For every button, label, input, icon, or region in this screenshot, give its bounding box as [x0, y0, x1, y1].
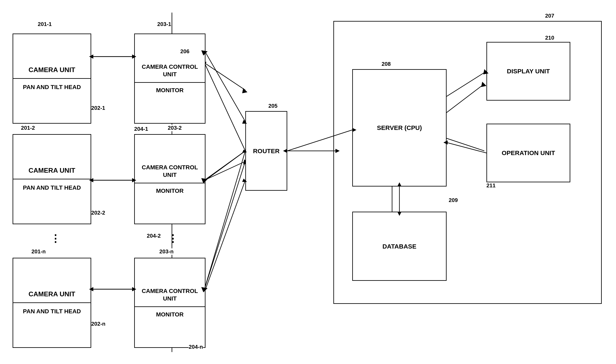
- label-210: 210: [545, 35, 554, 41]
- camera-unit-1-box: CAMERA UNIT PAN AND TILT HEAD: [13, 34, 91, 124]
- label-201-n: 201-n: [31, 248, 46, 255]
- label-203-n: 203-n: [159, 248, 174, 255]
- database-box: DATABASE: [352, 212, 447, 281]
- ccu-2-title: CAMERA CONTROL UNIT: [135, 160, 205, 183]
- label-211: 211: [486, 182, 495, 189]
- dots-left: ⋮: [50, 233, 61, 244]
- svg-line-8: [204, 161, 245, 289]
- label-202-n: 202-n: [91, 321, 106, 327]
- label-202-2: 202-2: [91, 209, 105, 216]
- router-label: ROUTER: [253, 147, 280, 155]
- label-201-2: 201-2: [21, 125, 35, 131]
- operation-unit-box: OPERATION UNIT: [486, 124, 570, 182]
- label-208: 208: [382, 61, 391, 67]
- svg-line-25: [204, 63, 245, 151]
- server-label: SERVER (CPU): [377, 123, 422, 132]
- label-202-1: 202-1: [91, 105, 105, 111]
- label-207: 207: [545, 13, 554, 19]
- label-209: 209: [449, 197, 458, 204]
- monitor-2: MONITOR: [156, 183, 184, 198]
- dots-right: ⋮: [168, 233, 179, 244]
- svg-line-43: [205, 151, 245, 180]
- diagram: CAMERA UNIT PAN AND TILT HEAD 201-1 202-…: [0, 0, 616, 364]
- camera-unit-n-subtitle: PAN AND TILT HEAD: [23, 303, 81, 320]
- monitor-n: MONITOR: [156, 307, 184, 322]
- label-204-1: 204-1: [134, 126, 148, 132]
- label-201-1: 201-1: [38, 21, 52, 27]
- label-205: 205: [268, 103, 277, 109]
- camera-unit-n-title: CAMERA UNIT: [13, 286, 91, 303]
- svg-line-27: [204, 151, 245, 180]
- label-204-n: 204-n: [189, 344, 203, 350]
- camera-unit-2-subtitle: PAN AND TILT HEAD: [23, 179, 81, 196]
- ccu-1-title: CAMERA CONTROL UNIT: [135, 59, 205, 83]
- server-box: SERVER (CPU): [352, 69, 447, 186]
- camera-unit-1-title: CAMERA UNIT: [13, 62, 91, 79]
- ccu-n-title: CAMERA CONTROL UNIT: [135, 284, 205, 307]
- svg-line-45: [205, 180, 245, 289]
- camera-unit-1-subtitle: PAN AND TILT HEAD: [23, 79, 81, 95]
- svg-line-6: [204, 161, 245, 180]
- router-box: ROUTER: [245, 111, 287, 191]
- ccu-2-box: CAMERA CONTROL UNIT MONITOR: [134, 134, 205, 224]
- monitor-1: MONITOR: [156, 83, 184, 98]
- ccu-1-box: CAMERA CONTROL UNIT MONITOR: [134, 34, 205, 124]
- label-204-2: 204-2: [147, 233, 161, 239]
- label-206: 206: [180, 48, 189, 55]
- svg-marker-5: [242, 88, 247, 93]
- label-203-1: 203-1: [157, 21, 171, 27]
- operation-unit-label: OPERATION UNIT: [502, 149, 555, 157]
- camera-unit-2-box: CAMERA UNIT PAN AND TILT HEAD: [13, 134, 91, 224]
- svg-line-29: [204, 151, 245, 289]
- database-label: DATABASE: [382, 242, 416, 250]
- ccu-n-box: CAMERA CONTROL UNIT MONITOR: [134, 258, 205, 348]
- display-unit-box: DISPLAY UNIT: [486, 42, 570, 101]
- svg-line-41: [205, 52, 245, 122]
- svg-line-4: [204, 63, 245, 90]
- label-203-2: 203-2: [168, 125, 182, 131]
- camera-unit-2-title: CAMERA UNIT: [13, 162, 91, 179]
- display-unit-label: DISPLAY UNIT: [507, 67, 550, 76]
- camera-unit-n-box: CAMERA UNIT PAN AND TILT HEAD: [13, 258, 91, 348]
